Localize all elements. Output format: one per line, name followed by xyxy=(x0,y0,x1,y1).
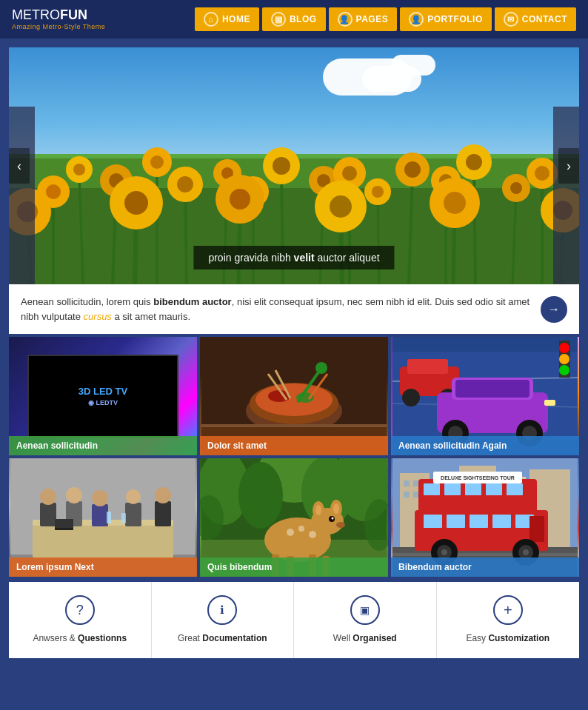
intro-arrow-button[interactable]: → xyxy=(541,296,567,323)
nav-portfolio[interactable]: 👤 PORTFOLIO xyxy=(400,7,492,31)
main-nav: ⌂ HOME ▤ BLOG 👤 PAGES 👤 PORTFOLIO ✉ CONT… xyxy=(195,7,576,31)
svg-rect-172 xyxy=(447,515,465,528)
svg-line-41 xyxy=(474,166,475,284)
nav-blog[interactable]: ▤ BLOG xyxy=(262,7,326,31)
svg-rect-174 xyxy=(492,515,511,528)
grid-label-6: Bibendum auctor xyxy=(391,557,579,577)
svg-rect-167 xyxy=(444,483,461,495)
feature-docs: ℹ Great Documentation xyxy=(152,582,295,658)
svg-rect-173 xyxy=(470,515,488,528)
svg-line-32 xyxy=(378,195,379,284)
nav-contact[interactable]: ✉ CONTACT xyxy=(495,7,576,31)
svg-point-134 xyxy=(333,503,339,514)
site-logo: METROFUN Amazing Metro-Style Theme xyxy=(12,7,105,31)
svg-rect-168 xyxy=(465,483,481,495)
svg-point-58 xyxy=(230,189,250,210)
intro-text-section: Aenean sollicitudin, lorem quis bibendum… xyxy=(9,284,579,334)
svg-point-13 xyxy=(150,155,164,169)
svg-point-43 xyxy=(466,154,482,170)
svg-rect-154 xyxy=(413,480,419,486)
svg-point-73 xyxy=(255,384,333,416)
grid-item-tv[interactable]: 3D LED TV ◉ LEDTV Aenean sollicitudin xyxy=(9,337,197,455)
svg-rect-161 xyxy=(392,553,578,556)
grid-item-food[interactable]: Dolor sit amet xyxy=(200,337,388,455)
nav-pages[interactable]: 👤 PAGES xyxy=(329,7,398,31)
svg-point-16 xyxy=(177,176,193,192)
svg-point-46 xyxy=(510,182,522,194)
features-section: ? Anwsers & Questionns ℹ Great Documenta… xyxy=(9,580,579,658)
svg-rect-108 xyxy=(40,503,56,526)
svg-point-64 xyxy=(444,192,466,214)
svg-rect-156 xyxy=(413,492,419,498)
svg-point-137 xyxy=(332,518,334,520)
svg-rect-171 xyxy=(424,515,442,528)
grid-item-meeting[interactable]: Lorem ipsum Next xyxy=(9,458,197,577)
svg-text:DELUXE SIGHTSEEING TOUR: DELUXE SIGHTSEEING TOUR xyxy=(441,475,515,480)
logo-fun: FUN xyxy=(60,7,87,22)
slider-caption: proin gravida nibh velit auctor aliquet xyxy=(193,246,394,269)
home-icon: ⌂ xyxy=(204,12,218,27)
svg-rect-106 xyxy=(33,521,173,558)
svg-point-4 xyxy=(46,184,61,199)
hero-slider: ‹ › proin gravida nibh velit auctor aliq… xyxy=(9,47,579,284)
feature-faq: ? Anwsers & Questionns xyxy=(9,582,152,658)
grid-label-2: Dolor sit amet xyxy=(200,436,388,455)
svg-point-135 xyxy=(336,522,345,528)
customization-label: Easy Customization xyxy=(466,632,549,645)
svg-point-89 xyxy=(402,389,420,406)
svg-rect-153 xyxy=(404,480,410,486)
svg-rect-121 xyxy=(55,528,73,530)
svg-rect-112 xyxy=(92,504,108,526)
intro-paragraph: Aenean sollicitudin, lorem quis bibendum… xyxy=(21,295,533,324)
feature-organised: ▣ Well Organised xyxy=(294,582,437,658)
portfolio-grid: 3D LED TV ◉ LEDTV Aenean sollicitudin xyxy=(9,337,579,577)
logo-tagline: Amazing Metro-Style Theme xyxy=(12,23,105,31)
svg-point-117 xyxy=(155,487,171,503)
svg-rect-93 xyxy=(455,380,529,398)
svg-point-113 xyxy=(92,490,108,506)
svg-point-79 xyxy=(315,362,327,374)
svg-rect-98 xyxy=(544,400,555,406)
main-wrapper: ‹ › proin gravida nibh velit auctor aliq… xyxy=(0,38,588,667)
svg-rect-69 xyxy=(553,107,579,284)
svg-point-182 xyxy=(523,549,529,555)
grid-item-bus[interactable]: DELUXE SIGHTSEEING TOUR xyxy=(391,458,579,577)
faq-icon: ? xyxy=(65,595,95,625)
svg-point-31 xyxy=(342,166,357,181)
svg-rect-170 xyxy=(507,483,523,495)
docs-label: Great Documentation xyxy=(178,632,267,645)
slider-next-button[interactable]: › xyxy=(558,148,579,184)
organised-label: Well Organised xyxy=(333,632,397,645)
svg-rect-1 xyxy=(9,188,579,284)
slider-prev-button[interactable]: ‹ xyxy=(9,148,30,184)
grid-item-car[interactable]: Aenean sollicitudin Again xyxy=(391,337,579,455)
nav-home[interactable]: ⌂ HOME xyxy=(195,7,259,31)
svg-point-109 xyxy=(40,489,56,505)
svg-rect-114 xyxy=(125,503,141,526)
svg-point-142 xyxy=(287,529,294,536)
svg-rect-120 xyxy=(55,519,73,529)
grid-item-deer[interactable]: Quis bibendum xyxy=(200,458,388,577)
svg-point-25 xyxy=(273,157,290,175)
portfolio-icon: 👤 xyxy=(409,12,424,27)
svg-rect-68 xyxy=(9,107,35,284)
blog-icon: ▤ xyxy=(271,12,286,27)
feature-customization: + Easy Customization xyxy=(437,582,580,658)
svg-rect-169 xyxy=(486,483,502,495)
svg-point-55 xyxy=(124,191,148,215)
svg-point-101 xyxy=(559,354,569,364)
docs-icon: ℹ xyxy=(207,595,237,625)
organised-icon: ▣ xyxy=(350,595,380,625)
customization-icon: + xyxy=(493,595,523,625)
tv-display: 3D LED TV ◉ LEDTV xyxy=(27,355,178,438)
svg-point-100 xyxy=(559,343,569,353)
svg-point-61 xyxy=(330,195,352,218)
svg-point-49 xyxy=(535,166,549,181)
svg-point-143 xyxy=(298,526,304,532)
svg-rect-118 xyxy=(107,512,111,523)
contact-icon: ✉ xyxy=(504,12,518,27)
svg-rect-116 xyxy=(155,501,171,526)
svg-rect-88 xyxy=(407,359,448,374)
pages-icon: 👤 xyxy=(338,12,353,27)
svg-line-14 xyxy=(185,188,187,284)
